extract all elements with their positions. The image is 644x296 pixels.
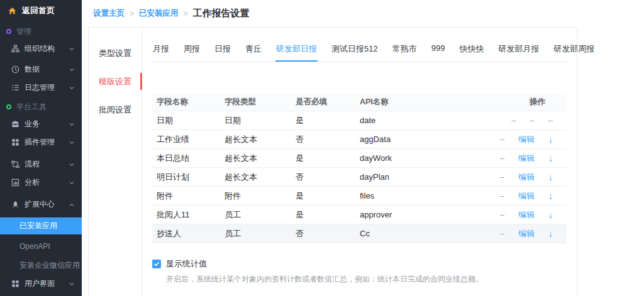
breadcrumb: 设置主页 > 已安装应用 > 工作报告设置 xyxy=(82,0,644,27)
row-actions: – 编辑 ↓ xyxy=(488,134,567,145)
move-down-icon[interactable]: ↓ xyxy=(548,134,553,145)
col-header-required: 是否必填 xyxy=(291,97,355,107)
action-placeholder: – xyxy=(500,229,504,238)
row-actions: – 编辑 ↓ xyxy=(488,190,567,202)
sidebar-item-data-label: 数据 xyxy=(25,64,64,75)
section-platform-label: 平台工具 xyxy=(16,102,47,112)
nav-template-settings[interactable]: 模版设置 xyxy=(89,67,142,96)
sidebar-item-extension[interactable]: 扩展中心 xyxy=(0,195,82,214)
col-header-actions: 操作 xyxy=(488,97,567,107)
sidebar-item-plugin[interactable]: 插件管理 xyxy=(0,133,82,151)
section-admin: 管理 xyxy=(0,23,82,40)
table-row: 批阅人11 员工 是 approver – 编辑 ↓ xyxy=(152,206,567,224)
sidebar-item-org[interactable]: 组织结构 xyxy=(0,40,82,58)
breadcrumb-separator: > xyxy=(184,9,188,18)
sidebar-item-ui-label: 用户界面 xyxy=(25,278,64,289)
row-actions: – 编辑 ↓ xyxy=(488,153,567,164)
briefcase-icon xyxy=(11,120,19,128)
tab-monthly[interactable]: 月报 xyxy=(152,38,170,62)
action-placeholder: – xyxy=(500,191,504,200)
back-to-home[interactable]: 返回首页 xyxy=(0,0,82,21)
edit-button[interactable]: 编辑 xyxy=(518,190,535,202)
nav-type-settings[interactable]: 类型设置 xyxy=(89,39,142,67)
edit-button[interactable]: 编辑 xyxy=(518,134,535,145)
row-actions: – 编辑 ↓ xyxy=(488,172,567,183)
sidebar-subitem-openapi[interactable]: OpenAPI xyxy=(0,237,82,256)
section-admin-label: 管理 xyxy=(16,26,31,37)
sidebar-item-flow[interactable]: 流程 xyxy=(0,155,82,173)
plugin-grid-icon xyxy=(11,138,19,146)
table-row: 工作业绩 超长文本 否 aggData – 编辑 ↓ xyxy=(152,130,567,149)
sidebar-item-log[interactable]: 日志管理 xyxy=(0,79,82,97)
row-actions: – 编辑 ↓ xyxy=(488,228,567,239)
show-stats-label: 显示统计值 xyxy=(166,258,207,270)
sidebar-item-business[interactable]: 业务 xyxy=(0,115,82,133)
field-api: Cc xyxy=(355,229,488,238)
row-actions: – – – xyxy=(488,116,567,125)
field-name: 日期 xyxy=(152,115,219,126)
sidebar-item-org-label: 组织结构 xyxy=(25,43,64,54)
nav-review-settings[interactable]: 批阅设置 xyxy=(89,96,142,124)
move-down-icon[interactable]: ↓ xyxy=(548,229,553,239)
list-icon xyxy=(11,84,19,92)
show-stats-checkbox[interactable] xyxy=(152,260,161,268)
chevron-down-icon xyxy=(69,47,74,52)
field-required: 是 xyxy=(291,209,355,221)
tab-rd-monthly[interactable]: 研发部月报 xyxy=(497,38,540,62)
breadcrumb-settings-home[interactable]: 设置主页 xyxy=(93,8,125,19)
show-stats-description: 开启后，系统统计某个对象内的资料计数或者数值汇总，例如：统计本日完成的合同业绩总… xyxy=(166,274,567,285)
move-down-icon[interactable]: ↓ xyxy=(548,191,553,201)
tab-weekly[interactable]: 周报 xyxy=(183,38,201,62)
chevron-down-icon xyxy=(69,140,74,145)
tab-999[interactable]: 999 xyxy=(431,38,446,62)
sidebar-subitem-install-wechat[interactable]: 安装企业微信应用 xyxy=(0,256,82,275)
tab-daily[interactable]: 日报 xyxy=(214,38,231,62)
nav-template-settings-label: 模版设置 xyxy=(99,76,131,87)
field-api: dayPlan xyxy=(355,172,488,182)
sidebar-item-ui[interactable]: 用户界面 xyxy=(0,275,82,293)
nav-review-settings-label: 批阅设置 xyxy=(99,104,131,116)
sidebar-item-data[interactable]: 数据 xyxy=(0,60,82,79)
chevron-down-icon xyxy=(69,180,74,185)
action-placeholder: – xyxy=(500,172,504,182)
sidebar-subitem-install-wechat-label: 安装企业微信应用 xyxy=(19,260,80,271)
sidebar-item-log-label: 日志管理 xyxy=(25,82,64,93)
report-type-tabs: 月报 周报 日报 青丘 研发部日报 测试日报512 常熟市 999 快快快 研发… xyxy=(152,28,567,62)
action-placeholder: – xyxy=(500,153,504,163)
sidebar-subitem-installed-apps-label: 已安装应用 xyxy=(19,221,57,231)
edit-button[interactable]: 编辑 xyxy=(518,153,535,164)
sidebar: 返回首页 管理 组织结构 数据 日志管理 平台工具 业务 插件管理 流程 xyxy=(0,0,82,296)
sidebar-item-business-label: 业务 xyxy=(25,119,64,129)
edit-button[interactable]: 编辑 xyxy=(518,228,535,239)
action-placeholder: – xyxy=(500,134,504,144)
field-required: 否 xyxy=(291,134,355,145)
row-actions: – 编辑 ↓ xyxy=(488,209,567,221)
tab-rd-weekly[interactable]: 研发部周报 xyxy=(553,38,595,62)
ui-grid-icon xyxy=(11,280,19,288)
col-header-api-name: API名称 xyxy=(355,97,488,107)
field-name: 明日计划 xyxy=(152,172,219,183)
action-placeholder: – xyxy=(548,116,553,125)
move-down-icon[interactable]: ↓ xyxy=(548,172,553,182)
field-required: 否 xyxy=(291,172,355,183)
tab-qingqiu[interactable]: 青丘 xyxy=(245,38,262,62)
field-name: 抄送人 xyxy=(152,228,219,239)
bar-chart-icon xyxy=(11,178,19,187)
tab-changshu[interactable]: 常熟市 xyxy=(392,38,418,62)
move-down-icon[interactable]: ↓ xyxy=(548,210,553,220)
tab-test-daily-512[interactable]: 测试日报512 xyxy=(331,38,379,62)
tab-kuaikuaikuai[interactable]: 快快快 xyxy=(458,38,484,62)
tab-rd-daily[interactable]: 研发部日报 xyxy=(275,38,318,62)
edit-button[interactable]: 编辑 xyxy=(518,209,535,221)
field-required: 是 xyxy=(291,190,355,202)
action-placeholder: – xyxy=(500,210,504,219)
back-to-home-label: 返回首页 xyxy=(22,5,55,16)
admin-dot-icon xyxy=(6,29,11,34)
table-row: 抄送人 员工 否 Cc – 编辑 ↓ xyxy=(152,224,567,243)
sidebar-item-analysis[interactable]: 分析 xyxy=(0,173,82,192)
move-down-icon[interactable]: ↓ xyxy=(548,153,553,163)
sidebar-subitem-installed-apps[interactable]: 已安装应用 xyxy=(0,217,82,234)
breadcrumb-installed-apps[interactable]: 已安装应用 xyxy=(139,8,179,19)
field-api: dayWork xyxy=(355,153,488,163)
edit-button[interactable]: 编辑 xyxy=(518,172,535,183)
